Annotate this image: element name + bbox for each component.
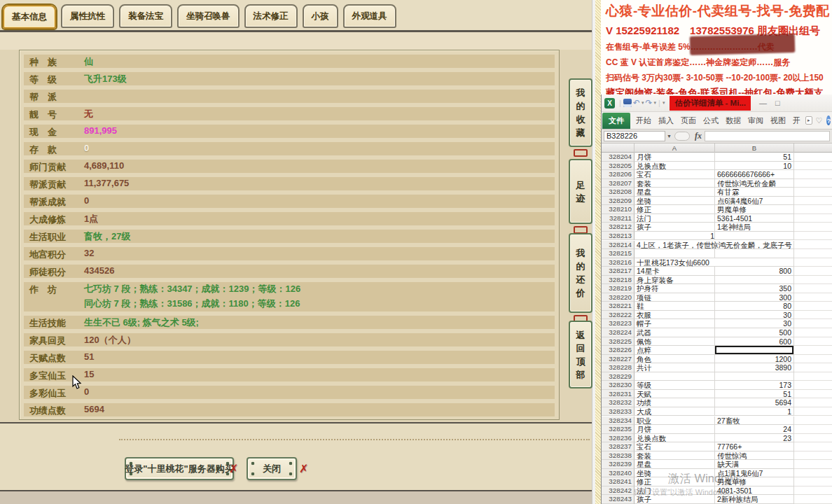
cell-empty[interactable] (794, 284, 832, 293)
cell-b[interactable]: 1老神结局 (715, 223, 794, 232)
cell-empty[interactable] (794, 223, 832, 232)
row-number[interactable]: 328211 (602, 214, 635, 223)
row-number[interactable]: 328209 (602, 197, 635, 206)
tab-attributes[interactable]: 属性抗性 (61, 4, 114, 28)
cell-a[interactable]: 套装 (635, 451, 715, 461)
row-number[interactable]: 328235 (602, 425, 635, 434)
cell-b[interactable]: 51 (715, 153, 794, 162)
cell-empty[interactable] (794, 232, 832, 241)
cell-empty[interactable] (794, 162, 832, 171)
ribbon-tab-7[interactable]: 视图 (768, 113, 789, 128)
cell-b[interactable]: 800 (715, 267, 794, 276)
row-number[interactable]: 328231 (602, 390, 635, 399)
cell-a[interactable]: 宝石 (635, 442, 715, 451)
cell-empty[interactable] (794, 486, 832, 496)
cell-b[interactable]: 30 (715, 311, 794, 320)
row-number[interactable]: 328242 (602, 486, 635, 496)
cell-a[interactable]: 武器 (635, 328, 715, 337)
cell-a[interactable]: 功绩 (635, 398, 715, 407)
row-number[interactable]: 328230 (602, 381, 635, 390)
cell-a[interactable]: 项链 (635, 293, 715, 302)
cell-b[interactable]: 350 (715, 284, 794, 293)
cell-empty[interactable] (794, 205, 832, 214)
login-server-buy-button[interactable]: 登录"十里桃花"服务器购买 (125, 457, 234, 480)
row-number[interactable]: 328236 (602, 434, 635, 443)
cell-empty[interactable] (794, 328, 832, 337)
row-number[interactable]: 328224 (602, 328, 635, 337)
chevron-right-icon[interactable]: ▸ (805, 116, 812, 125)
save-icon[interactable] (623, 99, 632, 107)
cell-b[interactable]: 男魔单修 (715, 205, 794, 214)
tab-basic-info[interactable]: 基本信息 (3, 5, 56, 29)
cell-b[interactable]: 51 (715, 390, 794, 399)
cell-empty[interactable] (794, 372, 832, 382)
redo-icon[interactable]: ↷ (645, 98, 652, 108)
chevron-down-icon[interactable]: ▾ (642, 100, 644, 106)
cell-b[interactable]: 500 (715, 328, 794, 337)
column-header-B[interactable]: B (715, 144, 794, 153)
cell-b[interactable]: 600 (715, 337, 794, 346)
select-all-corner[interactable] (602, 144, 635, 153)
cell-a[interactable]: 天赋 (635, 390, 715, 399)
cell-a[interactable]: 十里桃花173女仙6600 (635, 258, 715, 267)
row-number[interactable]: 328232 (602, 398, 635, 407)
ribbon-tab-5[interactable]: 数据 (723, 113, 744, 128)
cell-b[interactable] (715, 249, 794, 258)
cell-b[interactable] (715, 372, 794, 382)
cell-empty[interactable] (794, 319, 832, 328)
row-number[interactable]: 328237 (602, 442, 635, 451)
row-number[interactable]: 328233 (602, 407, 635, 416)
cell-a[interactable]: 帽子 (635, 319, 715, 328)
quick-access-dropdown-icon[interactable]: ▾ (663, 100, 665, 106)
cell-b[interactable]: 23 (715, 434, 794, 443)
cell-a[interactable] (635, 372, 715, 382)
favorite-icon[interactable]: ♡ (816, 116, 823, 125)
cell-empty[interactable] (794, 363, 832, 372)
cell-empty[interactable] (794, 249, 832, 258)
cell-a[interactable]: 身上穿装备 (635, 276, 715, 285)
cell-b[interactable]: 30 (715, 319, 794, 328)
cell-a[interactable]: 等级 (635, 381, 715, 390)
row-number[interactable]: 328229 (602, 372, 635, 382)
ribbon-tab-1[interactable]: 开始 (633, 113, 654, 128)
cell-b[interactable]: 1200 (715, 355, 794, 364)
cell-empty[interactable] (794, 346, 832, 355)
row-number[interactable]: 328210 (602, 205, 635, 214)
cell-empty[interactable] (794, 337, 832, 346)
cell-empty[interactable] (794, 451, 832, 461)
cell-b[interactable] (715, 276, 794, 285)
row-number[interactable]: 328220 (602, 293, 635, 302)
cell-b[interactable]: 5361-4501 (715, 214, 794, 223)
cell-empty[interactable] (794, 442, 832, 451)
close-x-icon[interactable]: ✗ (299, 462, 308, 475)
cell-b[interactable]: 6666666676666+ (715, 170, 794, 179)
cell-b[interactable]: 24 (715, 425, 794, 434)
cell-empty[interactable] (794, 293, 832, 302)
side-button-back-to-top[interactable]: 返回顶部 (569, 321, 592, 388)
cell-a[interactable]: 鞋 (635, 302, 715, 311)
row-number[interactable]: 328226 (602, 346, 635, 355)
cell-a[interactable]: 星盘 (635, 188, 715, 197)
cell-b[interactable]: 有甘霖 (715, 188, 794, 197)
cell-empty[interactable] (794, 425, 832, 434)
help-icon[interactable]: ? (826, 115, 831, 125)
cell-b[interactable]: 缺天满 (715, 460, 794, 469)
row-number[interactable]: 328222 (602, 311, 635, 320)
side-button-footprints[interactable]: 足迹 (569, 159, 592, 224)
ribbon-tab-4[interactable]: 公式 (700, 113, 721, 128)
ribbon-tab-3[interactable]: 页面 (678, 113, 699, 128)
cell-empty[interactable] (794, 153, 832, 162)
cell-a[interactable]: 1 (635, 232, 715, 241)
tab-equipment[interactable]: 装备法宝 (119, 4, 172, 28)
cell-empty[interactable] (794, 355, 832, 364)
undo-icon[interactable]: ↶ (633, 98, 640, 108)
cell-empty[interactable] (794, 477, 832, 486)
cell-a[interactable]: 月饼 (635, 425, 715, 434)
cell-a[interactable]: 修正 (635, 205, 715, 214)
cell-a[interactable]: 法门 (635, 214, 715, 223)
row-number[interactable]: 328206 (602, 170, 635, 179)
row-number[interactable]: 328239 (602, 460, 635, 469)
row-number[interactable]: 328205 (602, 162, 635, 171)
ribbon-tab-8[interactable]: 开 (790, 113, 803, 128)
row-number[interactable]: 328212 (602, 223, 635, 232)
